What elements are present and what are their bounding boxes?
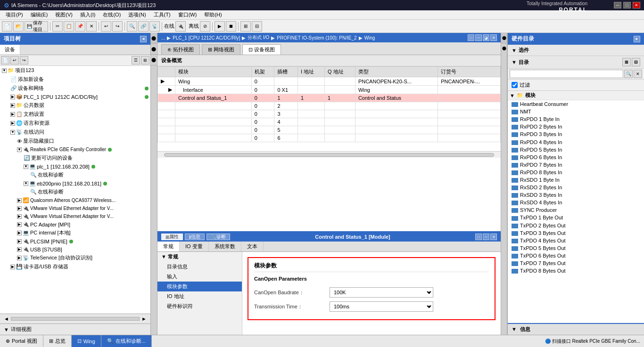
status-overview[interactable]: ⊞ 总览: [43, 335, 72, 347]
tb-btn2[interactable]: 🔗: [138, 21, 149, 32]
table-row[interactable]: 0 5: [158, 126, 501, 134]
minimize-button[interactable]: ─: [614, 2, 621, 8]
tab-topology[interactable]: ⊕ 拓扑视图: [161, 44, 200, 55]
online-expand-icon[interactable]: ▼: [10, 130, 15, 135]
status-wing[interactable]: ⊡ Wing: [72, 335, 101, 347]
scroll-left-btn[interactable]: ◄: [4, 316, 9, 322]
right-vert-tab-1[interactable]: ⬤: [501, 33, 507, 43]
prop-close-btn[interactable]: ✕: [490, 234, 497, 240]
table-row[interactable]: 0 2: [158, 102, 501, 110]
table-row[interactable]: 0 3: [158, 110, 501, 118]
undo-btn[interactable]: ↩: [101, 21, 111, 32]
row-expand2[interactable]: ▶: [158, 86, 175, 94]
catalog-item-rxpdo3[interactable]: RxPDO 3 Bytes In: [508, 130, 644, 138]
bc-expand-btn[interactable]: □: [468, 34, 474, 41]
tree-realtek[interactable]: ▼ 🔌 Realtek PCIe GBE Family Controller: [0, 145, 150, 153]
tree-online-access[interactable]: ▼ 📡 在线访问: [0, 128, 150, 137]
tree-plc1[interactable]: ▶ 📦 PLC_1 [CPU 1212C AC/DC/Rly]: [0, 93, 150, 101]
prop-item-module-params[interactable]: 模块参数: [157, 282, 242, 291]
tree-eb200[interactable]: ▼ 💻 eb200pnio [192.168.20.181]: [0, 179, 150, 187]
prop-item-hw-id[interactable]: 硬件标识符: [157, 301, 242, 311]
tree-common-data[interactable]: ▶ 📁 公共数据: [0, 101, 150, 110]
plc1-expand-icon[interactable]: ▶: [10, 95, 15, 99]
prop-expand-btn[interactable]: □: [475, 234, 482, 240]
tb-btn3[interactable]: 📡: [149, 21, 160, 32]
tree-lang-resources[interactable]: ▶ 🌐 语言和资源: [0, 119, 150, 128]
catalog-item-heartbeat[interactable]: Heartbeat Consumer: [508, 100, 644, 108]
catalog-btn1[interactable]: ⊞: [622, 58, 631, 66]
catalog-item-rxpdo5[interactable]: RxPDO 5 Bytes In: [508, 146, 644, 153]
options-expand-icon[interactable]: ▼: [512, 48, 517, 53]
tree-view-btn2[interactable]: ⊞: [141, 56, 149, 65]
catalog-group-modules[interactable]: ▼ 📁 模块: [508, 91, 644, 100]
maximize-button[interactable]: □: [623, 2, 631, 8]
catalog-item-rxpdo1[interactable]: RxPDO 1 Byte In: [508, 115, 644, 123]
info-expand-icon[interactable]: ▼: [512, 326, 517, 332]
prop-item-input[interactable]: 输入: [157, 272, 242, 282]
menu-online[interactable]: 在线(O): [99, 10, 124, 19]
vertical-tab-1[interactable]: ⬤: [151, 33, 157, 44]
tree-devices-network[interactable]: 🔗 设备和网络: [0, 84, 150, 93]
tree-plc1-ip[interactable]: ▼ 💻 plc_1 [192.168.20.208]: [0, 162, 150, 170]
root-expand-icon[interactable]: ▼: [2, 68, 7, 73]
catalog-item-txpdo2[interactable]: TxPDO 2 Bytes Out: [508, 222, 644, 229]
catalog-collapse-btn[interactable]: ►: [634, 36, 640, 42]
delete-btn[interactable]: ✕: [86, 21, 97, 32]
tree-doc-settings[interactable]: ▶ 📋 文档设置: [0, 110, 150, 119]
new-btn[interactable]: 📄: [2, 21, 12, 32]
catalog-item-rxsdo1[interactable]: RxSDO 1 Byte In: [508, 176, 644, 184]
catalog-item-rxpdo4[interactable]: RxPDO 4 Bytes In: [508, 138, 644, 145]
catalog-item-rxpdo6[interactable]: RxPDO 6 Bytes In: [508, 153, 644, 161]
tree-plc1-diag[interactable]: 🔍 在线和诊断: [0, 170, 150, 179]
catalog-item-rxsdo2[interactable]: RxSDO 2 Bytes In: [508, 184, 644, 191]
tree-qualcomm[interactable]: ▶ 📶 Qualcomm Atheros QCA9377 Wireless...: [0, 196, 150, 204]
prop-tab-diag[interactable]: 🔧 诊断: [206, 234, 230, 240]
catalog-search-clear-btn[interactable]: ✕: [634, 70, 642, 78]
tree-show-hidden[interactable]: 👁 显示隐藏接口: [0, 137, 150, 145]
prop-tab-io[interactable]: IO 变量: [180, 242, 209, 251]
qualcomm-expand-icon[interactable]: ▶: [17, 198, 22, 203]
catalog-item-txpdo6[interactable]: TxPDO 6 Bytes Out: [508, 252, 644, 259]
tree-vmware2[interactable]: ▶ 🔌 VMware Virtual Ethernet Adapter for …: [0, 212, 150, 220]
catalog-item-rxpdo2[interactable]: RxPDO 2 Bytes In: [508, 123, 644, 130]
plcsim-expand-icon[interactable]: ▶: [17, 239, 22, 244]
row-expand[interactable]: ▶: [158, 77, 175, 86]
catalog-item-rxsdo4[interactable]: RxSDO 4 Bytes In: [508, 199, 644, 206]
table-row[interactable]: ▶ Wing 0 PNCANOPEN-K20-S... PNCANOPEN-..…: [158, 77, 501, 86]
scroll-right-btn[interactable]: ►: [141, 316, 147, 322]
catalog-item-rxpdo8[interactable]: RxPDO 8 Bytes In: [508, 169, 644, 176]
prop-tab-general[interactable]: 常规: [157, 242, 180, 251]
table-row-selected[interactable]: Control and Status_1 0 1 1 1 Control and…: [158, 94, 501, 102]
tree-btn3[interactable]: ↪: [20, 56, 28, 65]
catalog-item-txpdo5[interactable]: TxPDO 5 Bytes Out: [508, 244, 644, 252]
vertical-tab-2[interactable]: ⬤: [151, 44, 157, 55]
redo-btn[interactable]: ↪: [112, 21, 123, 32]
bc-pin-btn[interactable]: ◪: [483, 34, 489, 41]
tree-teleservice[interactable]: ▶ 📡 TeleService [自动协议识别]: [0, 253, 150, 262]
tree-pc-internal[interactable]: ▶ 💻 PC internal [本地]: [0, 228, 150, 237]
plc1ip-expand-icon[interactable]: ▼: [24, 164, 28, 169]
menu-tools[interactable]: 工具(T): [150, 10, 174, 19]
prop-tab-sysconst[interactable]: 系统常数: [209, 242, 241, 251]
menu-window[interactable]: 窗口(W): [174, 10, 201, 19]
menu-help[interactable]: 帮助(H): [200, 10, 225, 19]
lang-expand-icon[interactable]: ▶: [10, 121, 15, 126]
tree-pc-adapter[interactable]: ▶ 🔌 PC Adapter [MPI]: [0, 220, 150, 228]
catalog-search-input[interactable]: [510, 70, 623, 78]
tab-device[interactable]: ⊡ 设备视图: [242, 44, 281, 55]
close-button[interactable]: ✕: [633, 2, 640, 8]
status-portal-view[interactable]: ⊕ Portal 视图: [0, 335, 43, 347]
paste-btn[interactable]: 📌: [75, 21, 85, 32]
filter-checkbox[interactable]: [512, 82, 518, 88]
menu-insert[interactable]: 插入(I): [76, 10, 99, 19]
catalog-item-txpdo8[interactable]: TxPDO 8 Bytes Out: [508, 267, 644, 274]
tree-eb200-diag[interactable]: 🔍 在线和诊断: [0, 187, 150, 196]
baudrate-select[interactable]: 100K 10K 20K 50K 125K 250K 500K 800K 1M: [330, 287, 433, 298]
tb-extra1[interactable]: ⊞: [240, 21, 251, 32]
tree-add-device[interactable]: 📄 添加新设备: [0, 75, 150, 84]
open-btn[interactable]: 📂: [13, 21, 24, 32]
copy-btn[interactable]: 📋: [64, 21, 74, 32]
tb-btn1[interactable]: 🔍: [127, 21, 137, 32]
cut-btn[interactable]: ✂: [52, 21, 63, 32]
run-btn[interactable]: ▶: [215, 21, 225, 32]
